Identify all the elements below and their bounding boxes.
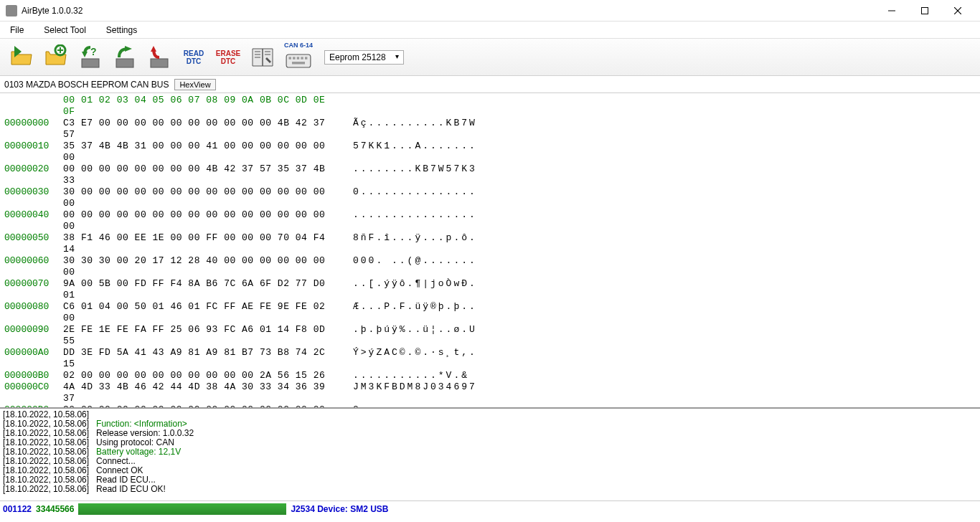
save-file-button[interactable] xyxy=(40,42,72,73)
hex-row[interactable]: 000000B002 00 00 00 00 00 00 00 00 00 00… xyxy=(4,370,976,381)
can-label: CAN 6-14 xyxy=(284,42,313,49)
write-chip-button[interactable] xyxy=(109,42,141,73)
svg-rect-10 xyxy=(289,57,291,59)
erase-dtc-button[interactable]: ERASE DTC xyxy=(212,42,244,73)
svg-rect-14 xyxy=(305,57,307,59)
hex-header-bytes: 00 01 02 03 04 05 06 07 08 09 0A 0B 0C 0… xyxy=(63,95,336,118)
erase-chip-button[interactable] xyxy=(143,42,175,73)
hex-bytes[interactable]: 30 00 00 00 00 00 00 00 00 00 00 00 00 0… xyxy=(63,404,336,407)
hex-bytes[interactable]: 00 00 00 00 00 00 00 00 00 00 00 00 00 0… xyxy=(63,209,336,232)
hex-row[interactable]: 00000080C6 01 04 00 50 01 46 01 FC FF AE… xyxy=(4,301,976,324)
hex-ascii[interactable]: ..[.ýÿô.¶|joÒwÐ. xyxy=(353,278,477,301)
hex-row[interactable]: 000000902E FE 1E FE FA FF 25 06 93 FC A6… xyxy=(4,324,976,347)
manual-button[interactable] xyxy=(247,42,278,73)
hex-row[interactable]: 0000003030 00 00 00 00 00 00 00 00 00 00… xyxy=(4,186,976,209)
menu-file[interactable]: File xyxy=(6,24,28,37)
hex-row[interactable]: 000000C04A 4D 33 4B 46 42 44 4D 38 4A 30… xyxy=(4,381,976,404)
keyboard-icon xyxy=(286,49,311,73)
hex-addr: 00000070 xyxy=(4,278,63,301)
hex-addr: 000000B0 xyxy=(4,370,63,381)
hex-bytes[interactable]: 2E FE 1E FE FA FF 25 06 93 FC A6 01 14 F… xyxy=(63,324,336,347)
subheader: 0103 MAZDA BOSCH EEPROM CAN BUS HexView xyxy=(0,76,980,93)
log-timestamp: [18.10.2022, 10.58.06] xyxy=(3,485,89,494)
hex-addr: 000000C0 xyxy=(4,381,63,404)
hex-bytes[interactable]: 9A 00 5B 00 FD FF F4 8A B6 7C 6A 6F D2 7… xyxy=(63,278,336,301)
close-button[interactable] xyxy=(941,0,974,22)
hex-addr: 00000030 xyxy=(4,186,63,209)
window-title: AirByte 1.0.0.32 xyxy=(22,6,875,16)
hex-bytes[interactable]: 30 30 30 00 20 17 12 28 40 00 00 00 00 0… xyxy=(63,255,336,278)
svg-rect-12 xyxy=(297,57,299,59)
svg-rect-5 xyxy=(82,59,99,67)
log-panel[interactable]: [18.10.2022, 10.58.06][18.10.2022, 10.58… xyxy=(0,407,980,500)
hex-ascii[interactable]: 0............... xyxy=(353,186,477,209)
hex-bytes[interactable]: C6 01 04 00 50 01 46 01 FC FF AE FE 9E F… xyxy=(63,301,336,324)
hex-ascii[interactable]: ...........*V.& xyxy=(353,370,469,381)
can-button[interactable]: CAN 6-14 xyxy=(281,42,316,73)
menubar: File Select Tool Settings xyxy=(0,22,980,39)
erase-dtc-label-1: ERASE xyxy=(216,49,240,57)
hex-ascii[interactable]: Æ...P.F.üÿ®þ.þ.. xyxy=(353,301,477,324)
eeprom-dropdown-value: Eeprom 25128 xyxy=(329,52,386,62)
read-dtc-label-2: DTC xyxy=(187,57,202,65)
svg-rect-1 xyxy=(922,7,928,14)
log-row: [18.10.2022, 10.58.06]Battery voltage: 1… xyxy=(3,447,977,457)
hex-ascii[interactable]: 57KK1...A....... xyxy=(353,141,477,163)
log-message: Read ID ECU OK! xyxy=(96,485,166,494)
erase-dtc-label-2: DTC xyxy=(221,57,236,65)
hex-bytes[interactable]: C3 E7 00 00 00 00 00 00 00 00 00 00 4B 4… xyxy=(63,118,336,141)
hex-row[interactable]: 0000002000 00 00 00 00 00 00 00 4B 42 37… xyxy=(4,163,976,186)
hex-ascii[interactable]: JM3KFBDM8J034697 xyxy=(353,381,477,404)
hex-ascii[interactable]: ........KB7W57K3 xyxy=(353,163,477,186)
hex-bytes[interactable]: 38 F1 46 00 EE 1E 00 00 FF 00 00 00 70 0… xyxy=(63,232,336,255)
svg-rect-11 xyxy=(293,57,295,59)
hex-row[interactable]: 000000A0DD 3E FD 5A 41 43 A9 81 A9 81 B7… xyxy=(4,347,976,370)
eeprom-dropdown[interactable]: Eeprom 25128 xyxy=(324,50,404,65)
hex-ascii[interactable]: ................ xyxy=(353,209,477,232)
hex-addr: 00000060 xyxy=(4,255,63,278)
menu-select-tool[interactable]: Select Tool xyxy=(39,24,90,37)
minimize-button[interactable] xyxy=(875,0,908,22)
menu-settings[interactable]: Settings xyxy=(102,24,141,37)
hex-bytes[interactable]: 00 00 00 00 00 00 00 00 4B 42 37 57 35 3… xyxy=(63,163,336,186)
hex-row[interactable]: 0000006030 30 30 00 20 17 12 28 40 00 00… xyxy=(4,255,976,278)
hex-row[interactable]: 0000005038 F1 46 00 EE 1E 00 00 FF 00 00… xyxy=(4,232,976,255)
device-label: 0103 MAZDA BOSCH EEPROM CAN BUS xyxy=(4,80,169,90)
app-icon xyxy=(6,5,17,16)
toolbar: ? READ DTC ERASE DTC CAN 6-14 Eeprom 251… xyxy=(0,39,980,76)
hex-ascii[interactable]: 0............... xyxy=(353,404,477,407)
hex-row[interactable]: 0000004000 00 00 00 00 00 00 00 00 00 00… xyxy=(4,209,976,232)
status-pin1: 001122 xyxy=(3,504,32,514)
status-device: J2534 Device: SM2 USB xyxy=(291,504,388,514)
svg-rect-7 xyxy=(116,59,133,67)
hex-row[interactable]: 000000709A 00 5B 00 FD FF F4 8A B6 7C 6A… xyxy=(4,278,976,301)
hex-ascii[interactable]: 000. ..(@....... xyxy=(353,255,477,278)
log-row: [18.10.2022, 10.58.06]Read ID ECU OK! xyxy=(3,485,977,494)
hex-row[interactable]: 000000D030 00 00 00 00 00 00 00 00 00 00… xyxy=(4,404,976,407)
svg-rect-15 xyxy=(292,62,305,64)
hex-viewer[interactable]: 00000000 00 01 02 03 04 05 06 07 08 09 0… xyxy=(0,93,980,407)
svg-text:?: ? xyxy=(90,46,97,57)
svg-rect-13 xyxy=(301,57,303,59)
hexview-button[interactable]: HexView xyxy=(174,79,215,90)
hex-addr: 000000A0 xyxy=(4,347,63,370)
hex-bytes[interactable]: 35 37 4B 4B 31 00 00 00 41 00 00 00 00 0… xyxy=(63,141,336,163)
log-row: [18.10.2022, 10.58.06]Connect... xyxy=(3,457,977,466)
hex-row[interactable]: 0000001035 37 4B 4B 31 00 00 00 41 00 00… xyxy=(4,141,976,163)
hex-ascii[interactable]: Ãç..........KB7W xyxy=(353,118,477,141)
open-file-button[interactable] xyxy=(6,42,37,73)
maximize-button[interactable] xyxy=(908,0,941,22)
hex-row[interactable]: 00000000C3 E7 00 00 00 00 00 00 00 00 00… xyxy=(4,118,976,141)
hex-bytes[interactable]: 30 00 00 00 00 00 00 00 00 00 00 00 00 0… xyxy=(63,186,336,209)
status-pin2: 33445566 xyxy=(36,504,74,514)
hex-ascii[interactable]: Ý>ýZAC©.©.·s¸t,. xyxy=(353,347,477,370)
hex-addr: 000000D0 xyxy=(4,404,63,407)
read-chip-button[interactable]: ? xyxy=(75,42,106,73)
hex-bytes[interactable]: 4A 4D 33 4B 46 42 44 4D 38 4A 30 33 34 3… xyxy=(63,381,336,404)
hex-ascii[interactable]: 8ñF.î...ÿ...p.ô. xyxy=(353,232,477,255)
hex-ascii[interactable]: .þ.þúÿ%..ü¦..ø.U xyxy=(353,324,477,347)
hex-bytes[interactable]: 02 00 00 00 00 00 00 00 00 00 00 2A 56 1… xyxy=(63,370,336,381)
hex-addr: 00000050 xyxy=(4,232,63,255)
hex-bytes[interactable]: DD 3E FD 5A 41 43 A9 81 A9 81 B7 73 B8 7… xyxy=(63,347,336,370)
read-dtc-button[interactable]: READ DTC xyxy=(178,42,209,73)
